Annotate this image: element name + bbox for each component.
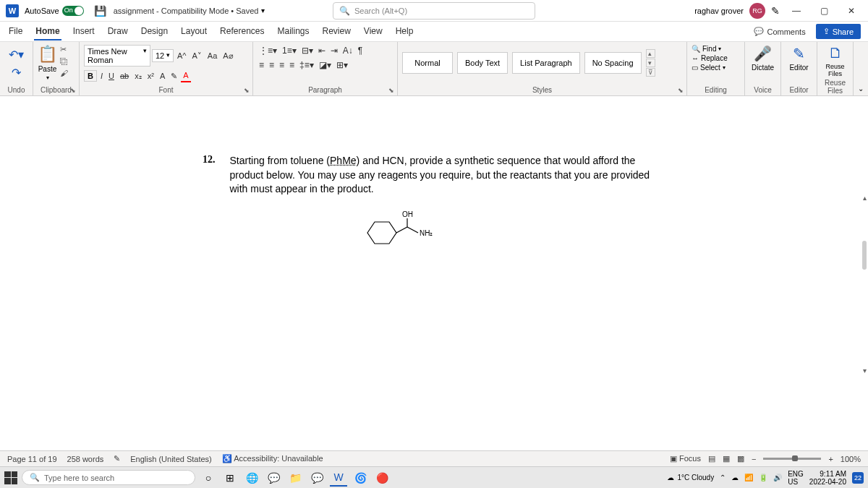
bold-button[interactable]: B xyxy=(84,70,97,82)
underline-button[interactable]: U xyxy=(106,70,116,82)
select-button[interactable]: ▭Select▾ xyxy=(692,64,740,72)
multilevel-button[interactable]: ⊟▾ xyxy=(300,45,315,56)
scroll-down-icon[interactable]: ▾ xyxy=(863,367,867,374)
read-mode-button[interactable]: ▤ xyxy=(708,454,715,463)
italic-button[interactable]: I xyxy=(98,70,105,82)
tab-draw[interactable]: Draw xyxy=(106,23,129,40)
align-center-button[interactable]: ≡ xyxy=(268,59,276,71)
tab-references[interactable]: References xyxy=(218,23,265,40)
zoom-out-button[interactable]: − xyxy=(752,455,756,463)
superscript-button[interactable]: x² xyxy=(145,70,156,82)
tab-layout[interactable]: Layout xyxy=(179,23,208,40)
text-effects-button[interactable]: A xyxy=(158,70,167,82)
scrollbar-thumb[interactable] xyxy=(862,241,867,270)
app-icon[interactable]: 🔴 xyxy=(373,469,391,487)
word-count[interactable]: 258 words xyxy=(67,455,104,463)
sound-icon[interactable]: 🔊 xyxy=(773,474,782,481)
cut-button[interactable]: ✂ xyxy=(60,45,68,54)
clock[interactable]: 9:11 AM2022-04-20 xyxy=(809,470,846,486)
onedrive-icon[interactable]: ☁ xyxy=(731,474,739,481)
styles-more[interactable]: ⊽ xyxy=(646,68,655,77)
styles-launcher[interactable]: ⬊ xyxy=(678,87,684,94)
zoom-slider[interactable] xyxy=(763,458,821,460)
accessibility-indicator[interactable]: ♿ Accessibility: Unavailable xyxy=(222,454,323,463)
editor-button[interactable]: ✎ Editor xyxy=(786,45,812,72)
page-indicator[interactable]: Page 11 of 19 xyxy=(7,455,57,463)
taskbar-search[interactable]: 🔍Type here to search xyxy=(22,470,195,485)
start-button[interactable] xyxy=(4,471,17,484)
change-case-button[interactable]: Aa xyxy=(205,50,219,61)
autosave-toggle[interactable]: On xyxy=(62,6,84,16)
grow-font-button[interactable]: A^ xyxy=(175,50,189,61)
styles-scroll-down[interactable]: ▾ xyxy=(646,59,655,67)
zoom-level[interactable]: 100% xyxy=(841,455,861,463)
file-explorer-icon[interactable]: 📁 xyxy=(286,469,304,487)
shrink-font-button[interactable]: A˅ xyxy=(190,50,204,62)
format-painter-button[interactable]: 🖌 xyxy=(60,69,68,77)
weather-widget[interactable]: ☁1°C Cloudy xyxy=(667,474,714,481)
title-dropdown-icon[interactable]: ▾ xyxy=(261,7,265,14)
highlight-button[interactable]: ✎ xyxy=(169,70,179,82)
align-right-button[interactable]: ≡ xyxy=(278,59,286,71)
sort-button[interactable]: A↓ xyxy=(341,45,354,56)
chrome-icon[interactable]: 🌐 xyxy=(243,469,260,487)
share-button[interactable]: ⇪Share xyxy=(816,24,861,39)
dictate-button[interactable]: 🎤 Dictate xyxy=(749,45,776,72)
whatsapp-icon[interactable]: 💬 xyxy=(308,469,326,487)
print-layout-button[interactable]: ▦ xyxy=(723,454,730,463)
focus-mode-button[interactable]: ▣ Focus xyxy=(670,454,701,463)
align-left-button[interactable]: ≡ xyxy=(258,59,265,71)
replace-button[interactable]: ↔Replace xyxy=(692,54,740,62)
user-avatar[interactable]: RG xyxy=(749,3,765,19)
cortana-icon[interactable]: ○ xyxy=(200,469,217,487)
styles-scroll-up[interactable]: ▴ xyxy=(646,49,655,58)
close-button[interactable]: ✕ xyxy=(841,6,862,16)
maximize-button[interactable]: ▢ xyxy=(813,6,835,16)
reuse-files-button[interactable]: 🗋 Reuse Files xyxy=(822,45,848,77)
font-size-select[interactable]: 12▾ xyxy=(152,49,174,62)
shading-button[interactable]: ◪▾ xyxy=(318,59,333,71)
style-normal[interactable]: Normal xyxy=(402,52,453,74)
paste-button[interactable]: 📋 Paste ▾ xyxy=(38,45,57,81)
spell-check-icon[interactable]: ✎ xyxy=(114,454,120,463)
wifi-icon[interactable]: 📶 xyxy=(744,474,753,481)
comments-button[interactable]: 💬Comments xyxy=(749,25,809,38)
pen-icon[interactable]: ✎ xyxy=(771,5,780,17)
user-name[interactable]: raghav grover xyxy=(694,7,744,15)
font-color-button[interactable]: A xyxy=(181,69,190,82)
numbering-button[interactable]: 1≡▾ xyxy=(281,45,298,56)
scroll-up-icon[interactable]: ▴ xyxy=(863,194,867,202)
tab-mailings[interactable]: Mailings xyxy=(276,23,310,40)
clipboard-launcher[interactable]: ⬊ xyxy=(70,87,76,94)
battery-icon[interactable]: 🔋 xyxy=(759,474,767,481)
web-layout-button[interactable]: ▩ xyxy=(737,454,744,463)
show-marks-button[interactable]: ¶ xyxy=(357,45,364,56)
justify-button[interactable]: ≡ xyxy=(288,59,296,71)
tab-help[interactable]: Help xyxy=(394,23,415,40)
edge-icon[interactable]: 🌀 xyxy=(352,469,369,487)
tab-insert[interactable]: Insert xyxy=(72,23,96,40)
task-view-icon[interactable]: ⊞ xyxy=(221,469,239,487)
decrease-indent-button[interactable]: ⇤ xyxy=(317,45,327,56)
borders-button[interactable]: ⊞▾ xyxy=(335,59,349,71)
tab-view[interactable]: View xyxy=(362,23,384,40)
style-body-text[interactable]: Body Text xyxy=(457,52,508,74)
clear-format-button[interactable]: A⌀ xyxy=(221,50,235,62)
notification-badge[interactable]: 22 xyxy=(852,472,864,484)
tab-file[interactable]: File xyxy=(7,23,24,40)
zoom-in-button[interactable]: + xyxy=(828,455,833,463)
font-launcher[interactable]: ⬊ xyxy=(244,87,250,94)
save-icon[interactable]: 💾 xyxy=(94,5,106,17)
collapse-ribbon-button[interactable]: ⌄ xyxy=(854,42,868,95)
strikethrough-button[interactable]: ab xyxy=(118,70,131,82)
language-indicator[interactable]: English (United States) xyxy=(130,455,212,463)
redo-button[interactable]: ↷ xyxy=(12,66,21,80)
line-spacing-button[interactable]: ‡≡▾ xyxy=(298,59,315,71)
word-taskbar-icon[interactable]: W xyxy=(330,469,347,487)
font-name-select[interactable]: Times New Roman▾ xyxy=(84,45,150,67)
bullets-button[interactable]: ⋮≡▾ xyxy=(258,45,278,56)
minimize-button[interactable]: — xyxy=(786,6,807,16)
tray-chevron-icon[interactable]: ⌃ xyxy=(720,474,726,481)
subscript-button[interactable]: x₂ xyxy=(132,70,144,82)
tab-design[interactable]: Design xyxy=(140,23,169,40)
